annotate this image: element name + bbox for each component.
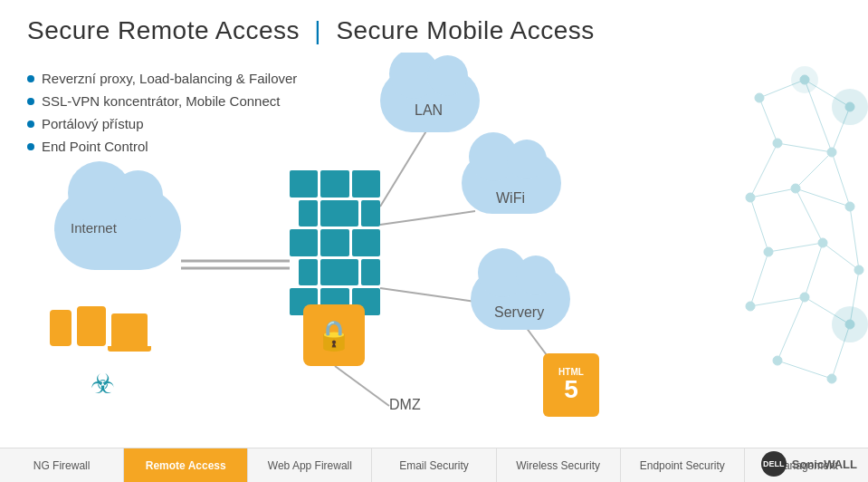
svg-line-29: [750, 143, 777, 198]
svg-line-32: [750, 188, 796, 198]
svg-line-34: [750, 198, 768, 252]
page-title: Secure Remote Access | Secure Mobile Acc…: [27, 16, 841, 45]
bullet-dot-3: [27, 120, 34, 128]
svg-line-4: [380, 288, 475, 302]
bullet-dot-1: [27, 75, 34, 82]
svg-line-37: [768, 243, 823, 252]
svg-line-46: [777, 361, 832, 379]
nav-wireless-security[interactable]: Wireless Security: [497, 448, 621, 482]
nav-ng-firewall[interactable]: NG Firewall: [0, 448, 124, 482]
biohazard-icon: ☣: [91, 368, 115, 400]
svg-line-39: [750, 252, 768, 306]
sonicwall-logo: DELL SonicWALL: [761, 451, 857, 477]
cloud-lan: [380, 69, 480, 132]
device-phone: [50, 310, 72, 346]
network-decoration: [732, 53, 868, 433]
html5-number: 5: [564, 377, 578, 402]
bullet-4: End Point Control: [27, 139, 297, 154]
lock-icon: 🔒: [316, 318, 352, 352]
bullet-2: SSL-VPN koncentrátor, Mobile Connect: [27, 93, 297, 109]
bullet-dot-2: [27, 98, 34, 105]
html5-box: HTML 5: [543, 353, 599, 417]
svg-line-40: [805, 243, 823, 297]
separator: |: [314, 16, 321, 44]
svg-line-28: [777, 143, 832, 152]
svg-line-25: [759, 98, 777, 143]
servery-label: Servery: [494, 304, 544, 321]
bullets-list: Reverzní proxy, Load-balancing & Failove…: [27, 71, 297, 161]
lan-label: LAN: [415, 102, 443, 119]
svg-point-48: [832, 306, 868, 342]
bullet-3: Portálový přístup: [27, 116, 297, 131]
svg-line-3: [380, 211, 475, 225]
svg-line-30: [796, 152, 832, 188]
svg-point-47: [832, 89, 868, 125]
bullet-1: Reverzní proxy, Load-balancing & Failove…: [27, 71, 297, 86]
device-laptop: [111, 313, 148, 346]
header: Secure Remote Access | Secure Mobile Acc…: [0, 0, 868, 53]
bullet-dot-4: [27, 143, 34, 150]
nav-web-app-firewall[interactable]: Web App Firewall: [248, 448, 372, 482]
svg-line-36: [850, 207, 859, 270]
svg-line-31: [832, 152, 850, 207]
wifi-label: WiFi: [496, 190, 525, 207]
dell-logo: DELL: [761, 451, 787, 477]
nav-endpoint-security[interactable]: Endpoint Security: [621, 448, 745, 482]
svg-line-5: [335, 366, 389, 406]
lock-box: 🔒: [303, 304, 365, 366]
device-tablet: [77, 306, 106, 346]
dmz-label: DMZ: [389, 397, 421, 413]
bottom-nav: NG Firewall Remote Access Web App Firewa…: [0, 448, 868, 482]
svg-line-2: [380, 125, 430, 207]
svg-point-49: [791, 66, 818, 93]
svg-line-42: [750, 297, 805, 306]
nav-remote-access[interactable]: Remote Access: [124, 448, 248, 482]
svg-line-38: [823, 243, 859, 270]
sonicwall-text: SonicWALL: [792, 458, 857, 471]
main-content: Reverzní proxy, Load-balancing & Failove…: [0, 53, 868, 433]
devices-group: [50, 306, 148, 346]
firewall-graphic: [290, 170, 380, 315]
nav-email-security[interactable]: Email Security: [372, 448, 496, 482]
svg-line-44: [777, 297, 805, 361]
internet-label: Internet: [71, 220, 117, 236]
